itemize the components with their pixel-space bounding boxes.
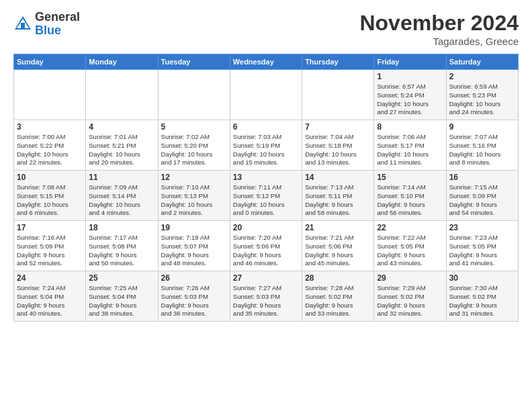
calendar-cell: 4Sunrise: 7:01 AMSunset: 5:21 PMDaylight… [86,120,158,171]
weekday-header-tuesday: Tuesday [158,54,230,70]
calendar-cell: 27Sunrise: 7:27 AMSunset: 5:03 PMDayligh… [230,271,302,322]
calendar-cell: 6Sunrise: 7:03 AMSunset: 5:19 PMDaylight… [230,120,302,171]
calendar-week-2: 10Sunrise: 7:08 AMSunset: 5:15 PMDayligh… [14,171,519,221]
calendar-cell: 11Sunrise: 7:09 AMSunset: 5:14 PMDayligh… [86,171,158,221]
day-number: 22 [377,223,443,232]
calendar-cell: 18Sunrise: 7:17 AMSunset: 5:08 PMDayligh… [86,221,158,271]
calendar-cell: 20Sunrise: 7:20 AMSunset: 5:06 PMDayligh… [230,221,302,271]
day-info: Sunrise: 7:08 AMSunset: 5:15 PMDaylight:… [17,183,83,218]
day-info: Sunrise: 6:57 AMSunset: 5:24 PMDaylight:… [377,83,443,117]
day-number: 2 [449,72,515,81]
day-info: Sunrise: 7:28 AMSunset: 5:02 PMDaylight:… [305,284,371,318]
calendar-cell: 2Sunrise: 6:59 AMSunset: 5:23 PMDaylight… [446,70,518,120]
title-block: November 2024 Tagarades, Greece [359,11,519,47]
calendar-cell [14,70,86,120]
calendar-cell: 22Sunrise: 7:22 AMSunset: 5:05 PMDayligh… [374,221,446,271]
day-info: Sunrise: 7:14 AMSunset: 5:10 PMDaylight:… [377,183,443,218]
calendar-week-4: 24Sunrise: 7:24 AMSunset: 5:04 PMDayligh… [14,271,519,322]
calendar-cell: 10Sunrise: 7:08 AMSunset: 5:15 PMDayligh… [14,171,86,221]
day-number: 19 [161,223,227,232]
header: General Blue November 2024 Tagarades, Gr… [13,11,519,47]
day-info: Sunrise: 7:24 AMSunset: 5:04 PMDaylight:… [17,284,83,318]
day-number: 15 [377,173,443,182]
calendar-cell: 30Sunrise: 7:30 AMSunset: 5:02 PMDayligh… [446,271,518,322]
day-info: Sunrise: 7:01 AMSunset: 5:21 PMDaylight:… [89,133,154,167]
day-info: Sunrise: 7:20 AMSunset: 5:06 PMDaylight:… [233,234,299,268]
calendar-cell [86,70,158,120]
day-info: Sunrise: 7:06 AMSunset: 5:17 PMDaylight:… [377,133,443,167]
calendar-cell: 1Sunrise: 6:57 AMSunset: 5:24 PMDaylight… [374,70,446,120]
day-info: Sunrise: 7:07 AMSunset: 5:16 PMDaylight:… [449,133,515,167]
day-info: Sunrise: 7:09 AMSunset: 5:14 PMDaylight:… [89,183,154,218]
day-number: 25 [89,273,154,283]
day-number: 7 [305,122,371,132]
calendar-cell: 21Sunrise: 7:21 AMSunset: 5:06 PMDayligh… [302,221,374,271]
day-info: Sunrise: 7:22 AMSunset: 5:05 PMDaylight:… [377,234,443,268]
day-info: Sunrise: 7:18 AMSunset: 5:07 PMDaylight:… [161,234,227,268]
weekday-row: SundayMondayTuesdayWednesdayThursdayFrid… [14,54,519,70]
weekday-header-wednesday: Wednesday [230,54,302,70]
month-title: November 2024 [359,11,519,36]
calendar-week-0: 1Sunrise: 6:57 AMSunset: 5:24 PMDaylight… [14,70,519,120]
day-number: 24 [17,273,83,283]
calendar-cell: 7Sunrise: 7:04 AMSunset: 5:18 PMDaylight… [302,120,374,171]
calendar-cell: 13Sunrise: 7:11 AMSunset: 5:12 PMDayligh… [230,171,302,221]
calendar-cell: 23Sunrise: 7:23 AMSunset: 5:05 PMDayligh… [446,221,518,271]
day-info: Sunrise: 6:59 AMSunset: 5:23 PMDaylight:… [449,83,515,117]
calendar-cell: 14Sunrise: 7:13 AMSunset: 5:11 PMDayligh… [302,171,374,221]
logo-text: General Blue [35,11,80,38]
day-number: 13 [233,173,299,182]
calendar-cell: 24Sunrise: 7:24 AMSunset: 5:04 PMDayligh… [14,271,86,322]
calendar-cell: 12Sunrise: 7:10 AMSunset: 5:13 PMDayligh… [158,171,230,221]
day-info: Sunrise: 7:26 AMSunset: 5:03 PMDaylight:… [161,284,227,318]
calendar-cell: 25Sunrise: 7:25 AMSunset: 5:04 PMDayligh… [86,271,158,322]
day-number: 3 [17,122,83,132]
day-info: Sunrise: 7:21 AMSunset: 5:06 PMDaylight:… [305,234,371,268]
calendar-cell: 19Sunrise: 7:18 AMSunset: 5:07 PMDayligh… [158,221,230,271]
day-number: 9 [449,122,515,132]
weekday-header-sunday: Sunday [14,54,86,70]
calendar-cell: 15Sunrise: 7:14 AMSunset: 5:10 PMDayligh… [374,171,446,221]
day-info: Sunrise: 7:29 AMSunset: 5:02 PMDaylight:… [377,284,443,318]
day-number: 28 [305,273,371,283]
calendar-cell: 3Sunrise: 7:00 AMSunset: 5:22 PMDaylight… [14,120,86,171]
calendar-cell [302,70,374,120]
calendar-cell: 29Sunrise: 7:29 AMSunset: 5:02 PMDayligh… [374,271,446,322]
day-info: Sunrise: 7:27 AMSunset: 5:03 PMDaylight:… [233,284,299,318]
calendar-cell [230,70,302,120]
day-info: Sunrise: 7:10 AMSunset: 5:13 PMDaylight:… [161,183,227,218]
weekday-header-friday: Friday [374,54,446,70]
calendar-cell [158,70,230,120]
day-info: Sunrise: 7:02 AMSunset: 5:20 PMDaylight:… [161,133,227,167]
day-number: 20 [233,223,299,232]
day-info: Sunrise: 7:11 AMSunset: 5:12 PMDaylight:… [233,183,299,218]
day-number: 14 [305,173,371,182]
svg-rect-3 [21,23,25,28]
weekday-header-monday: Monday [86,54,158,70]
calendar-cell: 17Sunrise: 7:16 AMSunset: 5:09 PMDayligh… [14,221,86,271]
day-number: 16 [449,173,515,182]
location-subtitle: Tagarades, Greece [359,36,519,47]
day-number: 17 [17,223,83,232]
logo-general: General [35,11,80,24]
calendar-cell: 16Sunrise: 7:15 AMSunset: 5:09 PMDayligh… [446,171,518,221]
calendar-cell: 9Sunrise: 7:07 AMSunset: 5:16 PMDaylight… [446,120,518,171]
day-number: 11 [89,173,154,182]
day-info: Sunrise: 7:25 AMSunset: 5:04 PMDaylight:… [89,284,154,318]
day-info: Sunrise: 7:00 AMSunset: 5:22 PMDaylight:… [17,133,83,167]
day-info: Sunrise: 7:30 AMSunset: 5:02 PMDaylight:… [449,284,515,318]
day-info: Sunrise: 7:04 AMSunset: 5:18 PMDaylight:… [305,133,371,167]
calendar-cell: 26Sunrise: 7:26 AMSunset: 5:03 PMDayligh… [158,271,230,322]
weekday-header-saturday: Saturday [446,54,518,70]
page: General Blue November 2024 Tagarades, Gr… [0,0,532,411]
day-number: 4 [89,122,154,132]
calendar-week-1: 3Sunrise: 7:00 AMSunset: 5:22 PMDaylight… [14,120,519,171]
day-number: 27 [233,273,299,283]
day-number: 10 [17,173,83,182]
day-info: Sunrise: 7:03 AMSunset: 5:19 PMDaylight:… [233,133,299,167]
logo: General Blue [13,11,80,38]
logo-blue: Blue [35,24,80,38]
calendar: SundayMondayTuesdayWednesdayThursdayFrid… [13,54,519,322]
day-number: 23 [449,223,515,232]
day-number: 12 [161,173,227,182]
